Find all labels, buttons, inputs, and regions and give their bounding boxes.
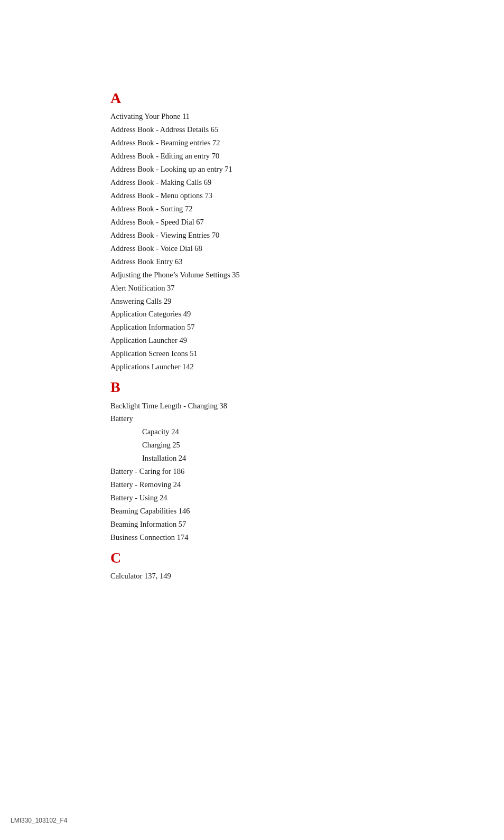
entry-a-4: Address Book - Editing an entry 70 [110,150,402,163]
entry-a-3: Address Book - Beaming entries 72 [110,136,402,150]
entry-a-20: Applications Launcher 142 [110,360,402,374]
entry-b-6: Battery - Caring for 186 [110,465,402,478]
section-letter-c: C [110,548,402,567]
footer-label: LMI330_103102_F4 [11,817,67,824]
entry-a-19: Application Screen Icons 51 [110,347,402,360]
entry-a-9: Address Book - Speed Dial 67 [110,216,402,229]
entry-a-17: Application Information 57 [110,321,402,334]
section-a: A Activating Your Phone 11 Address Book … [110,89,402,374]
entry-a-2: Address Book - Address Details 65 [110,123,402,136]
entry-a-15: Answering Calls 29 [110,295,402,308]
entry-a-18: Application Launcher 49 [110,334,402,347]
entry-b-4: Charging 25 [110,438,402,452]
section-c: C Calculator 137, 149 [110,548,402,583]
section-letter-b: B [110,378,402,397]
entry-b-7: Battery - Removing 24 [110,478,402,491]
entry-a-16: Application Categories 49 [110,307,402,321]
section-b: B Backlight Time Length - Changing 38 Ba… [110,378,402,544]
entry-b-9: Beaming Capabilities 146 [110,505,402,518]
page-content: A Activating Your Phone 11 Address Book … [0,0,402,614]
entry-a-5: Address Book - Looking up an entry 71 [110,163,402,176]
entry-a-7: Address Book - Menu options 73 [110,189,402,202]
entry-a-12: Address Book Entry 63 [110,255,402,268]
entry-b-2: Battery [110,412,402,425]
entry-a-13: Adjusting the Phone’s Volume Settings 35 [110,268,402,282]
entry-b-8: Battery - Using 24 [110,491,402,505]
entry-b-11: Business Connection 174 [110,531,402,544]
entry-a-6: Address Book - Making Calls 69 [110,176,402,189]
entry-b-1: Backlight Time Length - Changing 38 [110,399,402,413]
entry-b-3: Capacity 24 [110,425,402,438]
entry-c-1: Calculator 137, 149 [110,570,402,583]
entry-a-14: Alert Notification 37 [110,282,402,295]
entry-a-1: Activating Your Phone 11 [110,110,402,123]
entry-b-5: Installation 24 [110,452,402,465]
entry-b-10: Beaming Information 57 [110,518,402,531]
entry-a-8: Address Book - Sorting 72 [110,202,402,216]
entry-a-11: Address Book - Voice Dial 68 [110,242,402,255]
entry-a-10: Address Book - Viewing Entries 70 [110,229,402,242]
section-letter-a: A [110,89,402,108]
